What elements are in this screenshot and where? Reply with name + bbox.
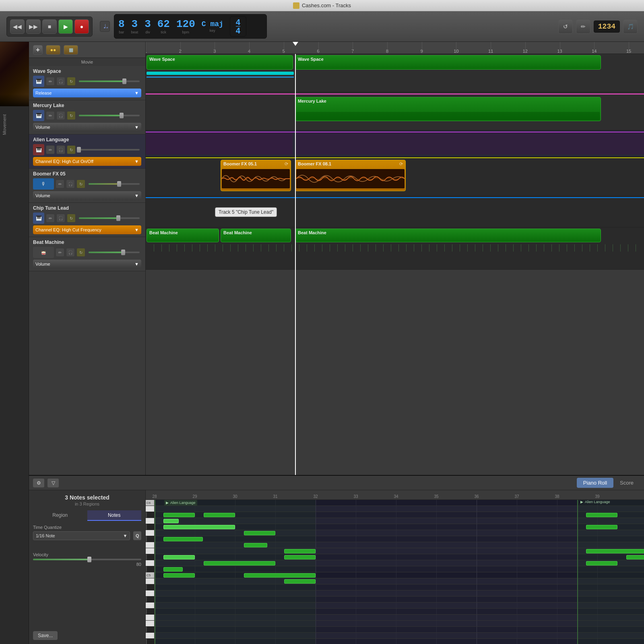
region-boomer-08[interactable]: Boomer FX 08.1 ⟳ (295, 160, 406, 191)
piano-key-csharp4[interactable] (146, 639, 154, 644)
pr-note-3[interactable] (244, 531, 275, 535)
region-wave-space-1[interactable]: Wave Space (147, 55, 293, 70)
pr-note-18[interactable] (586, 561, 617, 566)
piano-key-dsharp5[interactable] (146, 554, 154, 560)
pr-note-13[interactable] (284, 579, 316, 584)
piano-key-fsharp4[interactable] (146, 609, 154, 615)
quantize-dropdown[interactable]: 1/16 Note ▼ (33, 531, 130, 540)
piano-key-fsharp5[interactable] (146, 536, 154, 542)
track-param-mercury-lake[interactable]: Volume▼ (33, 123, 141, 132)
metronome-button[interactable]: 🎵 (623, 19, 638, 34)
piano-key-d5[interactable] (146, 560, 154, 566)
piano-key-f4[interactable] (146, 615, 154, 621)
q-button[interactable]: Q (133, 531, 141, 540)
piano-key-b4[interactable] (146, 578, 154, 584)
track-param-alien[interactable]: Channel EQ: High Cut On/Off▼ (33, 157, 141, 166)
fast-forward-button[interactable]: ▶▶ (26, 19, 41, 34)
track-volume-alien[interactable] (79, 149, 140, 151)
pr-note-7[interactable] (163, 555, 195, 559)
track-volume-beat[interactable] (89, 252, 140, 253)
track-headphone-btn-chip[interactable]: 🎧 (56, 214, 65, 223)
track-headphone-btn-beat[interactable]: 🎧 (66, 248, 75, 257)
pr-note-17[interactable] (626, 555, 644, 559)
track-loop-btn-chip[interactable]: ↻ (67, 214, 76, 223)
track-param-boomer[interactable]: Volume▼ (33, 191, 141, 200)
piano-key-dsharp4[interactable] (146, 627, 154, 633)
track-volume-mercury-lake[interactable] (79, 115, 140, 116)
cycle-button[interactable]: ↺ (558, 19, 573, 34)
pr-note-5[interactable] (244, 543, 267, 547)
piano-key-c6[interactable]: C6 (146, 500, 154, 506)
rewind-button[interactable]: ◀◀ (10, 19, 25, 34)
tab-score[interactable]: Score (613, 478, 640, 488)
piano-key-gsharp4[interactable] (146, 597, 154, 603)
piano-key-b5[interactable] (146, 506, 154, 512)
track-loop-btn-beat[interactable]: ↻ (76, 248, 85, 257)
track-pencil-btn-beat[interactable]: ✏ (56, 248, 64, 257)
tab-region[interactable]: Region (33, 510, 87, 521)
piano-key-csharp5[interactable] (146, 566, 154, 572)
track-loop-btn-boomer[interactable]: ↻ (76, 180, 85, 188)
region-wave-space-2[interactable]: Wave Space (295, 55, 601, 70)
track-volume-wave-space[interactable] (79, 80, 140, 82)
piano-roll-settings-btn[interactable]: ⚙ (33, 479, 44, 487)
tab-piano-roll[interactable]: Piano Roll (577, 478, 613, 488)
tab-notes[interactable]: Notes (87, 510, 142, 521)
track-headphone-btn-mercury-lake[interactable]: 🎧 (56, 111, 65, 120)
record-button[interactable]: ● (74, 19, 89, 34)
track-view-button[interactable]: ▦ (64, 45, 78, 55)
track-volume-boomer[interactable] (89, 183, 140, 185)
velocity-slider[interactable] (33, 559, 141, 560)
region-beat-1[interactable]: Beat Machine (147, 229, 219, 242)
track-headphone-btn-alien[interactable]: 🎧 (56, 145, 65, 154)
grid-content[interactable]: ▶Alien Language▶Alien Language (155, 500, 644, 644)
pr-note-9[interactable] (204, 561, 275, 566)
track-pencil-btn-boomer[interactable]: ✏ (56, 180, 64, 188)
track-headphone-btn-boomer[interactable]: 🎧 (66, 180, 75, 188)
piano-key-asharp5[interactable] (146, 512, 154, 518)
pr-note-12[interactable] (244, 573, 316, 578)
play-button[interactable]: ▶ (58, 19, 73, 34)
pr-note-14[interactable] (586, 513, 617, 517)
pr-note-2[interactable] (163, 525, 235, 529)
pr-note-10[interactable] (163, 567, 183, 572)
track-pencil-btn-chip[interactable]: ✏ (46, 214, 55, 223)
piano-key-e5[interactable] (146, 548, 154, 554)
track-volume-chip[interactable] (79, 217, 140, 219)
track-loop-btn-mercury-lake[interactable]: ↻ (67, 111, 76, 120)
pr-note-19[interactable] (163, 519, 179, 523)
track-filter-button[interactable]: ●● (46, 45, 60, 55)
piano-key-d4[interactable] (146, 633, 154, 639)
region-boomer-05[interactable]: Boomer FX 05.1 ⟳ (221, 160, 291, 191)
pr-note-4[interactable] (163, 537, 203, 541)
save-button[interactable]: Save... (33, 631, 58, 640)
piano-key-f5[interactable] (146, 542, 154, 548)
piano-key-a4[interactable] (146, 590, 154, 597)
pr-note-0[interactable] (163, 513, 195, 517)
pr-note-11[interactable] (163, 573, 195, 578)
region-mercury-lake[interactable]: Mercury Lake (295, 97, 601, 121)
track-pencil-btn-wave-space[interactable]: ✏ (46, 77, 55, 86)
pr-note-8[interactable] (284, 555, 316, 559)
track-param-beat[interactable]: Volume▼ (33, 260, 141, 268)
pencil-button[interactable]: ✏ (576, 19, 590, 34)
add-track-button[interactable]: + (33, 45, 43, 55)
track-pencil-btn-mercury-lake[interactable]: ✏ (46, 111, 55, 120)
stop-button[interactable]: ■ (42, 19, 57, 34)
piano-key-c5[interactable]: C5 (146, 572, 154, 578)
track-loop-btn-alien[interactable]: ↻ (67, 145, 76, 154)
piano-roll-filter-btn[interactable]: ▽ (47, 479, 59, 487)
pr-note-15[interactable] (586, 525, 617, 529)
pr-note-16[interactable] (586, 549, 644, 553)
pr-note-1[interactable] (204, 513, 235, 517)
piano-key-gsharp5[interactable] (146, 524, 154, 530)
piano-key-g4[interactable] (146, 603, 154, 609)
piano-key-a5[interactable] (146, 518, 154, 524)
track-param-chip[interactable]: Channel EQ: High Cut Frequency▼ (33, 225, 141, 234)
piano-key-g5[interactable] (146, 530, 154, 536)
piano-key-e4[interactable] (146, 621, 154, 627)
track-loop-btn-wave-space[interactable]: ↻ (67, 77, 76, 86)
pr-note-6[interactable] (284, 549, 316, 553)
track-param-wave-space[interactable]: Release▼ (33, 89, 141, 97)
track-pencil-btn-alien[interactable]: ✏ (46, 145, 55, 154)
